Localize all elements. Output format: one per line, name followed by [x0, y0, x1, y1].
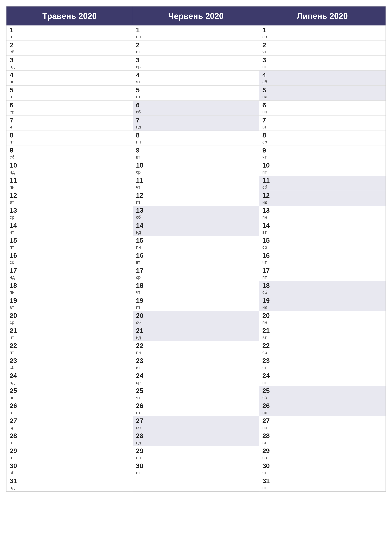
day-row: 8ср — [259, 131, 385, 146]
day-row: 23сб — [7, 356, 133, 371]
day-name: пт — [262, 486, 273, 490]
day-cell: 27пн — [262, 417, 273, 430]
day-cell: 27сб — [136, 417, 147, 430]
day-row: 24ср — [133, 371, 259, 386]
day-number: 19 — [10, 297, 21, 304]
day-cell: 30сб — [10, 463, 21, 475]
day-name: ср — [136, 380, 147, 385]
day-number: 23 — [10, 358, 21, 364]
day-name: чт — [262, 50, 273, 54]
day-cell: 12вт — [10, 192, 21, 204]
day-row: 13ср — [7, 206, 133, 221]
day-number: 28 — [262, 432, 273, 439]
day-number: 8 — [262, 132, 273, 139]
day-number: 10 — [136, 162, 147, 169]
day-number: 21 — [10, 327, 21, 334]
day-cell: 6ср — [10, 102, 21, 114]
day-cell: 3нд — [10, 57, 21, 69]
day-name: ср — [10, 425, 21, 430]
month-col-2: 1ср2чт3пт4сб5нд6пн7вт8ср9чт10пт11сб12нд1… — [259, 25, 385, 491]
day-number: 10 — [10, 162, 21, 169]
day-name: пн — [262, 320, 273, 325]
day-number: 6 — [10, 102, 21, 109]
day-cell: 3ср — [136, 57, 147, 69]
month-header-1: Червень 2020 — [133, 7, 259, 25]
day-name: пт — [10, 455, 21, 460]
day-cell: 5пт — [136, 87, 147, 99]
day-number: 14 — [10, 222, 21, 229]
day-number: 29 — [262, 448, 273, 454]
day-cell: 23чт — [262, 358, 273, 370]
day-cell: 4чт — [136, 72, 147, 84]
day-name: сб — [136, 215, 147, 219]
month-col-1: 1пн2вт3ср4чт5пт6сб7нд8пн9вт10ср11чт12пт1… — [133, 25, 259, 491]
day-number: 18 — [262, 282, 273, 289]
day-name: пт — [262, 65, 273, 69]
day-number: 16 — [136, 252, 147, 259]
day-cell: 7вт — [262, 117, 273, 129]
day-name: нд — [10, 486, 21, 490]
day-cell: 23вт — [136, 358, 147, 370]
day-number: 17 — [136, 267, 147, 274]
day-number: 5 — [262, 87, 273, 94]
month-header-2: Липень 2020 — [259, 7, 385, 25]
day-name: пн — [10, 185, 21, 189]
day-cell: 8пн — [136, 132, 147, 144]
day-name: чт — [262, 470, 273, 475]
day-number: 14 — [262, 222, 273, 229]
day-name: нд — [262, 95, 273, 99]
day-name: нд — [136, 125, 147, 129]
day-cell: 18чт — [136, 282, 147, 295]
day-number: 17 — [10, 267, 21, 274]
day-number: 16 — [10, 252, 21, 259]
day-row: 28вт — [259, 431, 385, 446]
day-number: 21 — [136, 327, 147, 334]
day-cell: 1ср — [262, 27, 273, 39]
day-number: 8 — [10, 132, 21, 139]
day-row: 26нд — [259, 401, 385, 416]
empty-day-row — [133, 476, 259, 489]
day-number: 12 — [262, 192, 273, 199]
day-cell: 24ср — [136, 372, 147, 385]
day-cell: 25сб — [262, 387, 273, 400]
day-row: 15пн — [133, 236, 259, 251]
day-row: 2сб — [7, 41, 133, 56]
day-row: 18пн — [7, 281, 133, 296]
day-cell: 7нд — [136, 117, 147, 129]
day-name: пн — [136, 140, 147, 144]
day-cell: 3пт — [262, 57, 273, 69]
day-number: 19 — [262, 297, 273, 304]
day-row: 10пт — [259, 161, 385, 176]
day-row: 14нд — [133, 221, 259, 236]
day-name: пт — [136, 410, 147, 415]
day-name: пн — [262, 110, 273, 114]
day-number: 27 — [136, 417, 147, 424]
day-name: пт — [10, 35, 21, 39]
day-name: сб — [262, 395, 273, 400]
day-name: пт — [262, 380, 273, 385]
day-row: 19нд — [259, 296, 385, 311]
day-number: 26 — [136, 402, 147, 409]
day-name: сб — [136, 425, 147, 430]
day-cell: 9вт — [136, 147, 147, 159]
day-number: 22 — [10, 342, 21, 349]
day-number: 9 — [262, 147, 273, 154]
day-name: ср — [136, 275, 147, 280]
day-name: нд — [262, 200, 273, 204]
day-row: 1пн — [133, 25, 259, 41]
day-name: сб — [136, 320, 147, 325]
day-number: 30 — [10, 463, 21, 469]
day-cell: 21нд — [136, 327, 147, 340]
day-cell: 12нд — [262, 192, 273, 204]
day-row: 27ср — [7, 416, 133, 431]
day-row: 3ср — [133, 56, 259, 71]
day-name: пн — [136, 455, 147, 460]
day-cell: 28вт — [262, 432, 273, 445]
day-row: 24нд — [7, 371, 133, 386]
day-name: чт — [10, 230, 21, 234]
day-name: чт — [10, 125, 21, 129]
day-cell: 2чт — [262, 42, 273, 54]
day-cell: 16сб — [10, 252, 21, 264]
day-row: 6сб — [133, 101, 259, 116]
day-name: сб — [262, 80, 273, 84]
